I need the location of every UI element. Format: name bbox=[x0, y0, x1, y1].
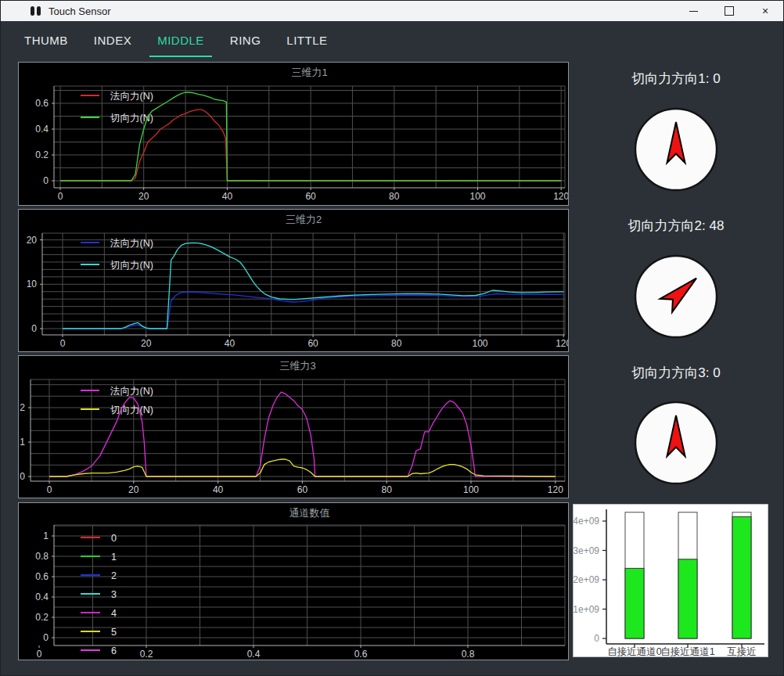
svg-text:切向力(N): 切向力(N) bbox=[110, 260, 153, 271]
svg-text:0: 0 bbox=[37, 649, 42, 660]
svg-text:5: 5 bbox=[111, 627, 117, 638]
direction-gauge-1 bbox=[632, 106, 720, 193]
right-column: 切向力方向1: 0 切向力方向2: 48 切向力方向3: 0 01e+092e+… bbox=[567, 21, 784, 675]
svg-text:0: 0 bbox=[43, 175, 49, 186]
tangential-direction-1-label: 切向力方向1: 0 bbox=[567, 70, 784, 88]
svg-text:自接近通道1: 自接近通道1 bbox=[660, 646, 715, 656]
svg-text:切向力(N): 切向力(N) bbox=[110, 405, 153, 415]
tab-ring[interactable]: RING bbox=[222, 31, 269, 57]
app-icon bbox=[31, 6, 41, 16]
svg-text:0: 0 bbox=[111, 533, 117, 544]
svg-text:三维力3: 三维力3 bbox=[279, 360, 315, 372]
svg-text:法向力(N): 法向力(N) bbox=[110, 91, 153, 102]
svg-text:20: 20 bbox=[128, 484, 139, 495]
minimize-icon bbox=[689, 11, 698, 12]
svg-text:0.2: 0.2 bbox=[35, 149, 49, 160]
svg-text:0.6: 0.6 bbox=[354, 649, 368, 660]
svg-text:20: 20 bbox=[138, 191, 149, 202]
app-content: THUMB INDEX MIDDLE RING LITTLE 020406080… bbox=[1, 21, 783, 675]
svg-text:120: 120 bbox=[553, 191, 568, 202]
svg-text:100: 100 bbox=[472, 338, 487, 349]
svg-text:3e+09: 3e+09 bbox=[574, 545, 599, 556]
svg-text:0.8: 0.8 bbox=[462, 649, 475, 660]
svg-text:100: 100 bbox=[469, 191, 485, 202]
tangential-direction-2-label: 切向力方向2: 48 bbox=[567, 217, 784, 235]
svg-text:60: 60 bbox=[307, 338, 318, 349]
tab-thumb[interactable]: THUMB bbox=[16, 31, 76, 57]
svg-text:三维力2: 三维力2 bbox=[286, 214, 322, 225]
svg-text:100: 100 bbox=[463, 484, 479, 495]
svg-text:切向力(N): 切向力(N) bbox=[110, 113, 153, 124]
svg-text:0.2: 0.2 bbox=[35, 612, 49, 623]
force-chart-3: 020406080100120012三维力3法向力(N)切向力(N) bbox=[18, 355, 569, 498]
svg-text:法向力(N): 法向力(N) bbox=[110, 238, 153, 249]
svg-text:0: 0 bbox=[47, 484, 52, 495]
tab-little[interactable]: LITTLE bbox=[279, 31, 335, 57]
svg-text:0: 0 bbox=[60, 338, 66, 349]
svg-text:0: 0 bbox=[43, 632, 49, 643]
tab-index[interactable]: INDEX bbox=[86, 31, 139, 57]
svg-text:1: 1 bbox=[43, 530, 49, 541]
title-bar: Touch Sensor × bbox=[1, 1, 783, 21]
svg-text:0: 0 bbox=[31, 323, 37, 334]
svg-text:60: 60 bbox=[297, 484, 308, 495]
svg-text:2: 2 bbox=[20, 402, 25, 413]
svg-text:80: 80 bbox=[382, 484, 393, 495]
svg-text:3: 3 bbox=[111, 589, 117, 600]
svg-text:4e+09: 4e+09 bbox=[574, 516, 599, 527]
window-title: Touch Sensor bbox=[49, 5, 111, 17]
close-icon: × bbox=[762, 5, 768, 17]
svg-text:4: 4 bbox=[111, 608, 117, 619]
svg-text:60: 60 bbox=[305, 191, 316, 202]
proximity-bar-chart: 01e+092e+093e+094e+09自接近通道0自接近通道1互接近 bbox=[573, 504, 768, 657]
svg-text:80: 80 bbox=[389, 191, 400, 202]
svg-text:0: 0 bbox=[58, 191, 63, 202]
svg-text:40: 40 bbox=[222, 191, 233, 202]
app-window: Touch Sensor × THUMB INDEX MIDDLE RING L… bbox=[0, 0, 784, 676]
svg-text:0.8: 0.8 bbox=[35, 551, 49, 562]
channel-values-chart: 00.20.40.60.800.20.40.60.81通道数值0123456 bbox=[18, 502, 569, 660]
svg-text:80: 80 bbox=[391, 338, 402, 349]
svg-text:20: 20 bbox=[27, 235, 38, 246]
maximize-icon bbox=[725, 6, 734, 16]
direction-gauge-2 bbox=[632, 253, 720, 340]
force-chart-2: 02040608010012001020三维力2法向力(N)切向力(N) bbox=[18, 209, 569, 352]
force-chart-1: 02040608010012000.20.40.6三维力1法向力(N)切向力(N… bbox=[18, 62, 569, 206]
svg-text:1e+09: 1e+09 bbox=[574, 604, 599, 615]
svg-text:0: 0 bbox=[594, 633, 599, 644]
svg-text:互接近: 互接近 bbox=[727, 646, 757, 656]
svg-text:120: 120 bbox=[556, 338, 568, 349]
minimize-button[interactable] bbox=[675, 1, 711, 21]
close-button[interactable]: × bbox=[747, 1, 783, 21]
svg-text:6: 6 bbox=[111, 645, 117, 656]
tangential-direction-3-label: 切向力方向3: 0 bbox=[567, 364, 784, 382]
svg-text:40: 40 bbox=[213, 484, 224, 495]
window-controls: × bbox=[675, 1, 783, 21]
svg-text:0: 0 bbox=[20, 471, 25, 482]
svg-text:2: 2 bbox=[111, 570, 117, 581]
svg-text:0.4: 0.4 bbox=[35, 592, 49, 602]
svg-text:1: 1 bbox=[111, 552, 117, 563]
svg-text:通道数值: 通道数值 bbox=[290, 507, 330, 519]
svg-text:20: 20 bbox=[141, 338, 152, 349]
svg-text:120: 120 bbox=[548, 484, 563, 495]
tab-middle[interactable]: MIDDLE bbox=[149, 31, 212, 57]
svg-text:40: 40 bbox=[225, 338, 236, 349]
svg-text:0.4: 0.4 bbox=[35, 124, 49, 135]
svg-text:0.2: 0.2 bbox=[140, 649, 153, 660]
svg-text:三维力1: 三维力1 bbox=[291, 67, 327, 78]
svg-text:0.6: 0.6 bbox=[35, 98, 49, 109]
svg-text:0.4: 0.4 bbox=[247, 649, 261, 660]
svg-text:法向力(N): 法向力(N) bbox=[110, 386, 153, 397]
svg-text:1: 1 bbox=[20, 437, 25, 448]
maximize-button[interactable] bbox=[711, 1, 747, 21]
svg-text:0.6: 0.6 bbox=[35, 571, 49, 582]
svg-text:10: 10 bbox=[27, 279, 38, 289]
svg-text:2e+09: 2e+09 bbox=[574, 574, 599, 585]
svg-text:自接近通道0: 自接近通道0 bbox=[607, 646, 662, 656]
direction-gauge-3 bbox=[632, 399, 720, 487]
